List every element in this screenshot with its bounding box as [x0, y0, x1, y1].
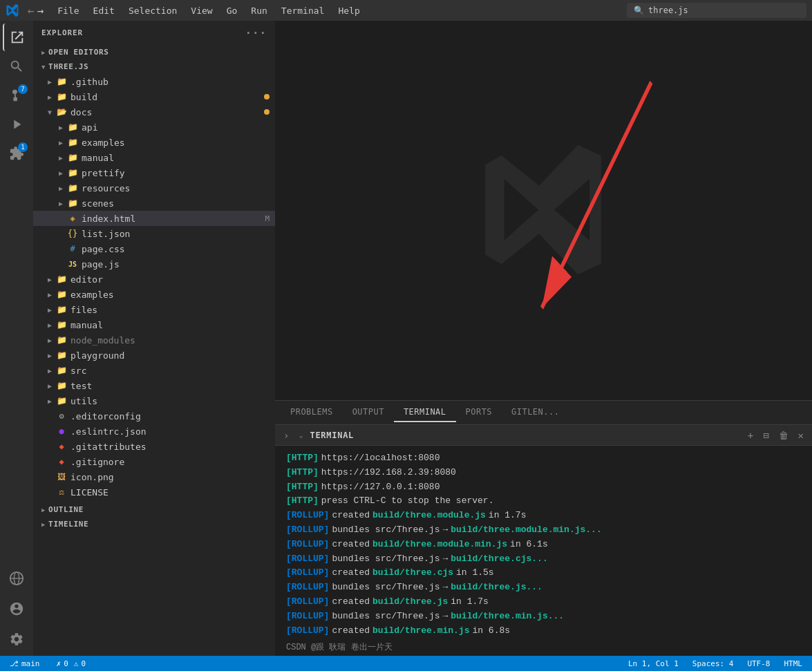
- tree-item-github[interactable]: ▶ 📁 .github: [33, 74, 275, 89]
- terminal-collapse-icon[interactable]: ⌄: [296, 430, 305, 440]
- tree-item-playground[interactable]: ▶ 📁 playground: [33, 348, 275, 363]
- tree-item-examples-docs[interactable]: ▶ 📁 examples: [33, 135, 275, 150]
- tree-item-icon-png[interactable]: 🖼 icon.png: [33, 469, 275, 484]
- menu-terminal[interactable]: Terminal: [276, 4, 330, 17]
- menu-edit[interactable]: Edit: [88, 4, 120, 17]
- account-activity-icon[interactable]: [3, 595, 30, 623]
- tree-item-scenes[interactable]: ▶ 📁 scenes: [33, 196, 275, 211]
- terminal-expand-icon[interactable]: ›: [281, 428, 292, 442]
- test-chevron-icon: ▶: [44, 382, 55, 390]
- tree-item-editorconfig[interactable]: ⚙ .editorconfig: [33, 408, 275, 424]
- source-control-activity-icon[interactable]: 7: [3, 82, 30, 109]
- tab-output[interactable]: OUTPUT: [343, 403, 394, 422]
- terminal-line-rollup5: [ROLLUP] created build/three.cjs in 1.5s: [286, 566, 801, 580]
- terminal-line-rollup9: [ROLLUP] created build/three.min.js in 6…: [286, 624, 801, 639]
- menu-help[interactable]: Help: [332, 4, 365, 17]
- list-json-file-icon: {}: [66, 229, 79, 238]
- explorer-activity-icon[interactable]: [3, 23, 30, 51]
- status-cursor[interactable]: Ln 1, Col 1: [625, 659, 681, 668]
- utils-folder-icon: 📁: [55, 396, 68, 406]
- tree-item-page-js[interactable]: JS page.js: [33, 256, 275, 272]
- tab-problems[interactable]: PROBLEMS: [281, 403, 343, 422]
- tree-item-files[interactable]: ▶ 📁 files: [33, 302, 275, 317]
- page-js-file-icon: JS: [66, 261, 79, 268]
- menu-run[interactable]: Run: [245, 4, 272, 17]
- terminal-split-icon[interactable]: ⊟: [760, 428, 771, 442]
- extensions-activity-icon[interactable]: 1: [3, 140, 30, 167]
- tree-item-gitignore[interactable]: ◆ .gitignore: [33, 454, 275, 469]
- explorer-title: EXPLORER: [41, 28, 83, 37]
- tree-item-examples-root[interactable]: ▶ 📁 examples: [33, 287, 275, 302]
- activity-bar: 7 1: [0, 21, 33, 656]
- tree-item-page-css[interactable]: # page.css: [33, 241, 275, 256]
- global-search-bar[interactable]: 🔍 three.js: [627, 3, 806, 18]
- menu-view[interactable]: View: [185, 4, 218, 17]
- terminal-close-icon[interactable]: ✕: [795, 428, 806, 442]
- panel-tabs: PROBLEMS OUTPUT TERMINAL PORTS GITLEN...: [275, 401, 812, 425]
- status-spaces[interactable]: Spaces: 4: [690, 659, 737, 668]
- menu-file[interactable]: File: [52, 4, 84, 17]
- git-branch-icon: ⎇: [10, 659, 19, 668]
- tree-item-utils[interactable]: ▶ 📁 utils: [33, 393, 275, 408]
- back-arrow-icon[interactable]: ←: [28, 4, 35, 17]
- page-css-file-icon: #: [66, 244, 79, 254]
- status-branch[interactable]: ⎇ main: [7, 659, 43, 668]
- status-errors[interactable]: ✗ 0 ⚠ 0: [54, 659, 89, 668]
- terminal-trash-icon[interactable]: 🗑: [776, 428, 791, 442]
- tab-gitlens[interactable]: GITLEN...: [502, 403, 569, 422]
- rollup-tag-5: [ROLLUP]: [286, 566, 329, 580]
- sidebar-more-button[interactable]: ···: [245, 26, 267, 39]
- terminal-line-http4: [HTTP] press CTRL-C to stop the server.: [286, 494, 801, 509]
- test-folder-icon: 📁: [55, 381, 68, 390]
- term-text-http1: https://localhost:8080: [321, 451, 440, 466]
- tree-item-node-modules[interactable]: ▶ 📁 node_modules: [33, 332, 275, 348]
- editor-main[interactable]: [275, 21, 812, 400]
- playground-folder-icon: 📁: [55, 350, 68, 360]
- tree-item-license[interactable]: ⚖ LICENSE: [33, 484, 275, 500]
- menu-selection[interactable]: Selection: [123, 4, 182, 17]
- open-editors-section[interactable]: ▶ OPEN EDITORS: [33, 45, 275, 59]
- tree-item-gitattributes[interactable]: ◆ .gitattributes: [33, 439, 275, 454]
- run-activity-icon[interactable]: [3, 111, 30, 138]
- sidebar: EXPLORER ··· ▶ OPEN EDITORS ▼ THREE.JS ▶…: [33, 21, 275, 656]
- forward-arrow-icon[interactable]: →: [37, 4, 44, 17]
- manual-docs-folder-icon: 📁: [66, 153, 79, 162]
- terminal-add-icon[interactable]: +: [745, 428, 756, 442]
- menu-go[interactable]: Go: [221, 4, 243, 17]
- timeline-section[interactable]: ▶ TIMELINE: [33, 517, 275, 531]
- remote-activity-icon[interactable]: [3, 565, 30, 592]
- terminal-line-rollup3: [ROLLUP] created build/three.module.min.…: [286, 538, 801, 552]
- tree-item-src[interactable]: ▶ 📁 src: [33, 363, 275, 378]
- extensions-badge: 1: [18, 142, 28, 152]
- files-chevron-icon: ▶: [44, 306, 55, 314]
- tree-item-editor[interactable]: ▶ 📁 editor: [33, 272, 275, 287]
- status-language[interactable]: HTML: [782, 659, 806, 668]
- tree-item-test[interactable]: ▶ 📁 test: [33, 378, 275, 393]
- node-modules-folder-icon: 📁: [55, 335, 68, 345]
- terminal-content[interactable]: [HTTP] https://localhost:8080 [HTTP] htt…: [275, 446, 812, 656]
- tree-item-list-json[interactable]: {} list.json: [33, 226, 275, 241]
- term-text-http4: press CTRL-C to stop the server.: [321, 494, 494, 509]
- gitignore-file-icon: ◆: [55, 457, 68, 466]
- term-text-http3: https://127.0.0.1:8080: [321, 480, 440, 495]
- status-encoding[interactable]: UTF-8: [744, 659, 773, 668]
- github-chevron-icon: ▶: [44, 78, 55, 86]
- search-activity-icon[interactable]: [3, 53, 30, 80]
- tab-terminal[interactable]: TERMINAL: [394, 403, 456, 422]
- docs-chevron-icon: ▼: [44, 108, 55, 116]
- tree-item-manual-root[interactable]: ▶ 📁 manual: [33, 317, 275, 332]
- tree-item-build[interactable]: ▶ 📁 build: [33, 89, 275, 104]
- tree-item-manual-docs[interactable]: ▶ 📁 manual: [33, 150, 275, 165]
- manual-docs-chevron-icon: ▶: [55, 154, 66, 162]
- editor-chevron-icon: ▶: [44, 276, 55, 283]
- tree-item-docs[interactable]: ▼ 📂 docs: [33, 104, 275, 120]
- tree-item-resources[interactable]: ▶ 📁 resources: [33, 180, 275, 196]
- tree-item-prettify[interactable]: ▶ 📁 prettify: [33, 165, 275, 180]
- tree-item-eslintrc[interactable]: ● .eslintrc.json: [33, 424, 275, 439]
- settings-activity-icon[interactable]: [3, 625, 30, 653]
- outline-section[interactable]: ▶ OUTLINE: [33, 502, 275, 517]
- three-js-section[interactable]: ▼ THREE.JS: [33, 59, 275, 74]
- tree-item-api[interactable]: ▶ 📁 api: [33, 120, 275, 135]
- tab-ports[interactable]: PORTS: [456, 403, 502, 422]
- tree-item-index-html[interactable]: ◈ index.html M: [33, 211, 275, 226]
